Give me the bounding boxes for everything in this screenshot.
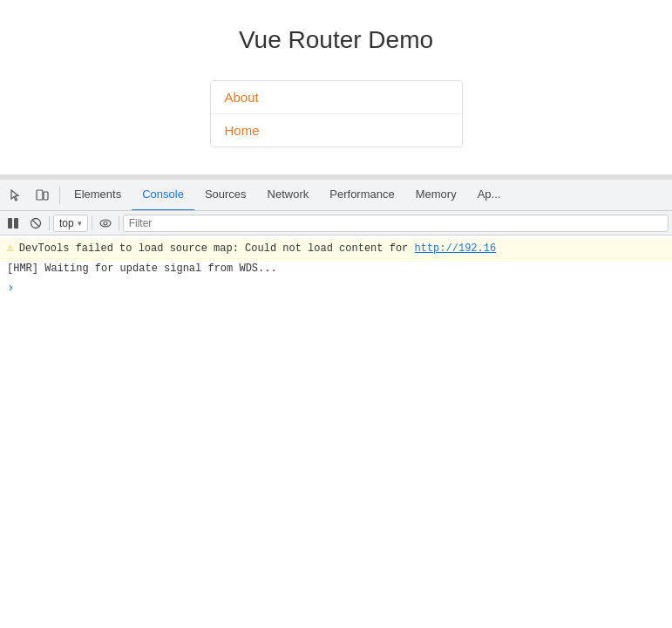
tab-performance[interactable]: Performance [319, 180, 404, 211]
cursor-icon [9, 188, 23, 202]
inspect-icon-btn[interactable] [3, 183, 28, 208]
ban-icon-btn[interactable] [26, 214, 45, 233]
toolbar-separator-1 [49, 216, 50, 230]
warning-text: DevTools failed to load source map: Coul… [19, 241, 496, 256]
devtools-tabs: Elements Console Sources Network Perform… [0, 180, 672, 211]
nav-link-about[interactable]: About [211, 81, 462, 114]
devtools-panel: Elements Console Sources Network Perform… [0, 180, 672, 628]
warning-text-prefix: DevTools failed to load source map: Coul… [19, 242, 415, 255]
tab-application[interactable]: Ap... [467, 180, 512, 211]
console-prompt-line[interactable]: › [0, 279, 672, 297]
play-icon-btn[interactable] [3, 214, 23, 233]
hmr-text: [HMR] Waiting for update signal from WDS… [7, 261, 277, 276]
svg-rect-3 [14, 218, 18, 229]
play-icon [7, 217, 19, 229]
svg-rect-2 [8, 218, 12, 229]
page-title: Vue Router Demo [239, 26, 433, 54]
console-hmr-line: [HMR] Waiting for update signal from WDS… [0, 259, 672, 279]
toolbar-separator-2 [92, 216, 92, 230]
svg-rect-0 [37, 190, 43, 200]
svg-point-7 [104, 222, 107, 225]
eye-icon [99, 217, 112, 229]
tab-memory[interactable]: Memory [405, 180, 467, 211]
device-icon-btn[interactable] [30, 183, 54, 208]
prompt-arrow-icon: › [7, 281, 14, 295]
device-icon [35, 188, 49, 202]
filter-input[interactable] [123, 215, 669, 232]
ban-icon [30, 217, 42, 229]
warning-icon: ⚠ [7, 241, 14, 256]
nav-box: About Home [210, 80, 463, 147]
tab-separator-1 [59, 187, 60, 204]
console-output: ⚠ DevTools failed to load source map: Co… [0, 236, 672, 628]
svg-rect-1 [44, 192, 48, 200]
console-warning-line: ⚠ DevTools failed to load source map: Co… [0, 239, 672, 259]
toolbar-separator-3 [119, 216, 119, 230]
dropdown-arrow-icon: ▾ [78, 219, 82, 228]
warning-link[interactable]: http://192.16 [415, 242, 497, 255]
top-selector[interactable]: top ▾ [53, 215, 88, 232]
page-area: Vue Router Demo About Home [0, 0, 672, 174]
tab-sources[interactable]: Sources [194, 180, 257, 211]
svg-point-6 [100, 220, 111, 227]
devtools-toolbar: top ▾ [0, 211, 672, 236]
tab-console[interactable]: Console [132, 180, 194, 211]
top-label: top [59, 217, 74, 229]
nav-link-home[interactable]: Home [211, 114, 462, 147]
tab-elements[interactable]: Elements [64, 180, 132, 211]
tab-network[interactable]: Network [257, 180, 320, 211]
svg-line-5 [32, 220, 39, 227]
eye-icon-btn[interactable] [96, 214, 115, 233]
